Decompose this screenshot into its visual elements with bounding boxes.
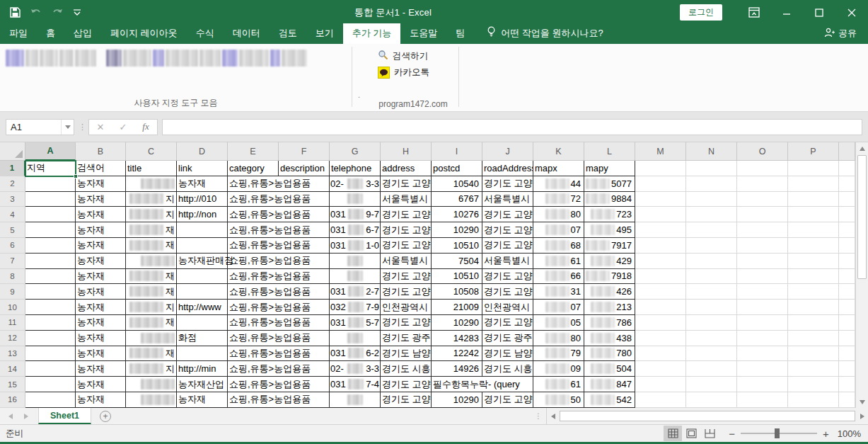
cell-O5[interactable] [737, 222, 788, 238]
cell-Qpart5[interactable] [839, 222, 855, 238]
row-header-15[interactable]: 15 [0, 377, 25, 392]
cell-Qpart15[interactable] [839, 377, 855, 392]
cell-D8[interactable] [177, 269, 228, 285]
cell-K4[interactable]: 80 [533, 207, 584, 222]
cell-C5[interactable]: 재 [126, 222, 177, 238]
cell-D12[interactable]: 화점 [177, 331, 228, 346]
cell-A1[interactable]: 지역 [25, 161, 76, 176]
cell-A5[interactable] [25, 222, 76, 238]
cell-C7[interactable] [126, 254, 177, 269]
column-header-I[interactable]: I [432, 142, 482, 161]
cell-O13[interactable] [737, 346, 788, 362]
cell-D3[interactable]: http://010 [177, 192, 228, 207]
cell-E4[interactable]: 쇼핑,유통>농업용품 [228, 207, 330, 222]
row-header-12[interactable]: 12 [0, 331, 25, 346]
cell-M4[interactable] [635, 207, 686, 222]
formula-bar-resize-dots[interactable]: ⋮ [79, 125, 84, 128]
cell-M8[interactable] [635, 269, 686, 285]
cell-I8[interactable]: 10510 [432, 269, 482, 285]
row-header-3[interactable]: 3 [0, 192, 25, 207]
cell-J6[interactable]: 경기도 고양 [482, 238, 533, 254]
cell-K9[interactable]: 31 [533, 284, 584, 300]
cell-N13[interactable] [686, 346, 737, 362]
cell-A6[interactable] [25, 238, 76, 254]
row-header-16[interactable]: 16 [0, 392, 25, 408]
cell-N7[interactable] [686, 254, 737, 269]
next-sheet-icon[interactable] [24, 414, 28, 419]
cell-B7[interactable]: 농자재 [76, 254, 126, 269]
cell-I10[interactable]: 21009 [432, 300, 482, 315]
cell-Qpart12[interactable] [839, 331, 855, 346]
cell-E6[interactable]: 쇼핑,유통>농업용품 [228, 238, 330, 254]
cell-P2[interactable] [788, 176, 839, 192]
cell-K15[interactable]: 61 [533, 377, 584, 392]
cell-O7[interactable] [737, 254, 788, 269]
cell-P3[interactable] [788, 192, 839, 207]
cell-L10[interactable]: 213 [584, 300, 635, 315]
cell-G9[interactable]: 0312-7 [330, 284, 381, 300]
cell-A4[interactable] [25, 207, 76, 222]
cell-M11[interactable] [635, 315, 686, 331]
formula-input[interactable] [162, 119, 862, 135]
cell-D11[interactable] [177, 315, 228, 331]
cell-A2[interactable] [25, 176, 76, 192]
cell-B15[interactable]: 농자재 [76, 377, 126, 392]
cell-Qpart9[interactable] [839, 284, 855, 300]
cell-E7[interactable]: 쇼핑,유통>농업용품 [228, 254, 330, 269]
cell-L7[interactable]: 429 [584, 254, 635, 269]
cell-O14[interactable] [737, 361, 788, 377]
cell-P5[interactable] [788, 222, 839, 238]
cell-Qpart7[interactable] [839, 254, 855, 269]
cell-B16[interactable]: 농자재 [76, 392, 126, 408]
cell-E12[interactable]: 쇼핑,유통>농업용품 [228, 331, 330, 346]
vertical-scroll-thumb[interactable] [857, 155, 867, 279]
ribbon-display-options-icon[interactable] [738, 0, 770, 25]
share-button[interactable]: 공유 [813, 27, 868, 44]
cell-C4[interactable]: 지 [126, 207, 177, 222]
cell-B10[interactable]: 농자재 [76, 300, 126, 315]
cell-P10[interactable] [788, 300, 839, 315]
cell-P7[interactable] [788, 254, 839, 269]
cell-M16[interactable] [635, 392, 686, 408]
cell-J2[interactable]: 경기도 고양 [482, 176, 533, 192]
cell-L6[interactable]: 7917 [584, 238, 635, 254]
cell-K8[interactable]: 66 [533, 269, 584, 285]
cell-Qpart1[interactable] [839, 161, 855, 176]
prev-sheet-icon[interactable] [8, 414, 13, 419]
cell-M9[interactable] [635, 284, 686, 300]
column-header-H[interactable]: H [381, 142, 432, 161]
cell-E3[interactable]: 쇼핑,유통>농업용품 [228, 192, 330, 207]
cell-P16[interactable] [788, 392, 839, 408]
row-header-10[interactable]: 10 [0, 300, 25, 315]
cell-K12[interactable]: 80 [533, 331, 584, 346]
zoom-in-icon[interactable]: + [823, 428, 829, 440]
row-header-11[interactable]: 11 [0, 315, 25, 331]
cell-K10[interactable]: 07 [533, 300, 584, 315]
cell-N4[interactable] [686, 207, 737, 222]
ribbon-tab-3[interactable]: 페이지 레이아웃 [101, 23, 187, 44]
column-header-N[interactable]: N [686, 142, 737, 161]
scroll-down-icon[interactable] [856, 396, 868, 408]
cell-P15[interactable] [788, 377, 839, 392]
cell-D5[interactable] [177, 222, 228, 238]
cell-K6[interactable]: 68 [533, 238, 584, 254]
cell-N15[interactable] [686, 377, 737, 392]
cell-J5[interactable]: 경기도 고양 [482, 222, 533, 238]
cell-D14[interactable]: http://min [177, 361, 228, 377]
cell-H7[interactable]: 서울특별시 [381, 254, 432, 269]
cell-L15[interactable]: 847 [584, 377, 635, 392]
redo-icon[interactable] [52, 8, 63, 17]
cell-N3[interactable] [686, 192, 737, 207]
cell-L3[interactable]: 9884 [584, 192, 635, 207]
cell-I5[interactable]: 10290 [432, 222, 482, 238]
cell-A11[interactable] [25, 315, 76, 331]
cell-C11[interactable]: 재 [126, 315, 177, 331]
cell-N1[interactable] [686, 161, 737, 176]
cell-I2[interactable]: 10540 [432, 176, 482, 192]
cell-Qpart8[interactable] [839, 269, 855, 285]
cell-H9[interactable]: 경기도 고양 [381, 284, 432, 300]
cell-M15[interactable] [635, 377, 686, 392]
cell-J12[interactable]: 경기도 광주 [482, 331, 533, 346]
cell-I9[interactable]: 10508 [432, 284, 482, 300]
cell-A13[interactable] [25, 346, 76, 362]
